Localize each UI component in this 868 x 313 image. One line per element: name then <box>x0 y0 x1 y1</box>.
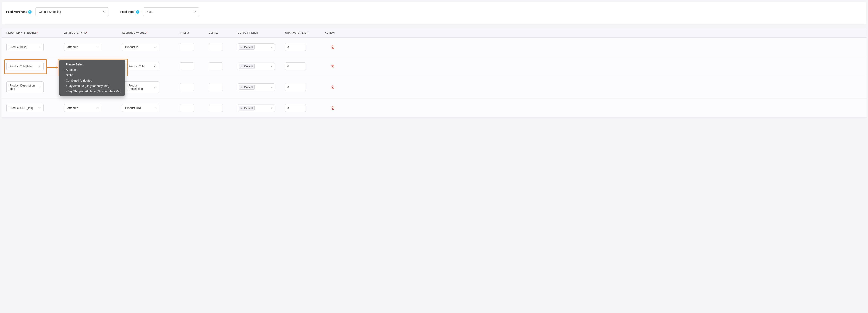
character-limit-input[interactable] <box>285 62 306 70</box>
th-action: ACTION <box>322 32 335 34</box>
dropdown-option[interactable]: Static <box>59 72 125 78</box>
th-suffix: SUFFIX <box>209 32 238 34</box>
chevron-down-icon <box>153 46 156 49</box>
attributes-table: REQUIRED ATTRIBUTES* ATTRIBUTE TYPE* ASS… <box>1 28 867 118</box>
attribute-type-select[interactable]: Attribute <box>64 43 101 51</box>
output-filter-chip: ×Default <box>239 85 255 90</box>
remove-chip-icon[interactable]: × <box>240 45 243 49</box>
required-attribute-value: Product URL [link] <box>9 106 33 109</box>
required-attribute-select[interactable]: Product Id [id] <box>6 43 43 51</box>
feed-merchant-group: Feed Merchant ? Google Shopping <box>6 7 109 16</box>
output-filter-chip: ×Default <box>239 64 255 69</box>
feed-merchant-value: Google Shopping <box>39 10 61 13</box>
assigned-value-select[interactable]: Product Title <box>122 62 159 70</box>
suffix-input[interactable] <box>209 43 223 51</box>
caret-down-icon: ▾ <box>271 106 273 109</box>
chevron-down-icon <box>38 107 40 109</box>
attribute-type-select[interactable]: Attribute <box>64 104 101 112</box>
feed-type-value: XML <box>147 10 153 13</box>
chevron-down-icon <box>96 107 98 109</box>
output-filter-value: Default <box>244 45 253 49</box>
attribute-type-value: Attribute <box>67 106 78 109</box>
feed-merchant-label: Feed Merchant ? <box>6 10 32 13</box>
attribute-type-value: Attribute <box>67 45 78 49</box>
output-filter-chip: ×Default <box>239 106 255 111</box>
output-filter-value: Default <box>244 106 253 109</box>
remove-chip-icon[interactable]: × <box>240 86 243 89</box>
chevron-down-icon <box>38 46 40 49</box>
chevron-down-icon <box>153 107 156 109</box>
suffix-input[interactable] <box>209 83 223 91</box>
feed-type-label-text: Feed Type <box>120 10 134 13</box>
th-required-attributes: REQUIRED ATTRIBUTES* <box>6 32 64 34</box>
required-attribute-select[interactable]: Product Title [title] <box>6 62 43 70</box>
chevron-down-icon <box>38 86 40 89</box>
dropdown-option[interactable]: eBay Attribute (Only for ebay Mip) <box>59 83 125 89</box>
chevron-down-icon <box>96 46 98 49</box>
prefix-input[interactable] <box>180 62 194 70</box>
th-attribute-type: ATTRIBUTE TYPE* <box>64 32 122 34</box>
output-filter-value: Default <box>244 65 253 68</box>
dropdown-option[interactable]: eBay Shipping Attribute (Only for ebay M… <box>59 89 125 94</box>
table-row: Product Id [id] Attribute Product Id ×De… <box>1 38 867 57</box>
remove-chip-icon[interactable]: × <box>240 106 243 109</box>
table-row: Product URL [link] Attribute Product URL… <box>1 98 867 118</box>
feed-type-label: Feed Type ? <box>120 10 140 13</box>
required-attribute-value: Product Title [title] <box>9 65 32 68</box>
prefix-input[interactable] <box>180 83 194 91</box>
feed-config-panel: Feed Merchant ? Google Shopping Feed Typ… <box>2 2 866 24</box>
feed-merchant-select[interactable]: Google Shopping <box>35 7 109 16</box>
dropdown-option[interactable]: Combined Attributes <box>59 78 125 83</box>
chevron-down-icon <box>103 10 106 13</box>
delete-row-button[interactable] <box>322 85 335 89</box>
dropdown-option[interactable]: Please Select <box>59 62 125 67</box>
assigned-value-text: Product Title <box>128 65 145 68</box>
th-assigned-values: ASSIGNED VALUES* <box>122 32 180 34</box>
required-attribute-value: Product Id [id] <box>9 45 27 49</box>
caret-down-icon: ▾ <box>271 86 273 89</box>
output-filter-select[interactable]: ×Default▾ <box>238 43 275 51</box>
assigned-value-select[interactable]: Product Id <box>122 43 159 51</box>
character-limit-input[interactable] <box>285 83 306 91</box>
assigned-value-text: Product URL <box>125 106 142 109</box>
delete-row-button[interactable] <box>322 45 335 49</box>
table-row: Product Description [des Attribute Produ… <box>1 76 867 98</box>
remove-chip-icon[interactable]: × <box>240 65 243 68</box>
assigned-value-select[interactable]: Product Description <box>122 81 159 93</box>
delete-row-button[interactable] <box>322 106 335 110</box>
output-filter-chip: ×Default <box>239 45 255 50</box>
caret-down-icon: ▾ <box>271 65 273 68</box>
prefix-input[interactable] <box>180 43 194 51</box>
character-limit-input[interactable] <box>285 104 306 112</box>
dropdown-option[interactable]: Attribute <box>59 67 125 72</box>
th-output-filter: OUTPUT FILTER <box>238 32 285 34</box>
chevron-down-icon <box>153 86 156 89</box>
output-filter-select[interactable]: ×Default▾ <box>238 63 275 70</box>
help-icon[interactable]: ? <box>28 10 32 13</box>
chevron-down-icon <box>153 65 156 68</box>
help-icon[interactable]: ? <box>136 10 140 13</box>
character-limit-input[interactable] <box>285 43 306 51</box>
assigned-value-select[interactable]: Product URL <box>122 104 159 112</box>
th-prefix: PREFIX <box>180 32 209 34</box>
output-filter-select[interactable]: ×Default▾ <box>238 104 275 112</box>
caret-down-icon: ▾ <box>271 45 273 49</box>
feed-merchant-label-text: Feed Merchant <box>6 10 27 13</box>
delete-row-button[interactable] <box>322 64 335 68</box>
output-filter-select[interactable]: ×Default▾ <box>238 84 275 91</box>
required-attribute-select[interactable]: Product URL [link] <box>6 104 43 112</box>
attribute-type-dropdown-menu: Please Select Attribute Static Combined … <box>59 60 125 96</box>
feed-type-select[interactable]: XML <box>143 7 199 16</box>
assigned-value-text: Product Description <box>128 84 143 90</box>
required-attribute-select[interactable]: Product Description [des <box>6 81 43 93</box>
table-row: Product Title [title] Attribute Product … <box>1 57 867 76</box>
assigned-value-text: Product Id <box>125 45 138 49</box>
feed-type-group: Feed Type ? XML <box>120 7 199 16</box>
table-header: REQUIRED ATTRIBUTES* ATTRIBUTE TYPE* ASS… <box>1 28 867 38</box>
prefix-input[interactable] <box>180 104 194 112</box>
suffix-input[interactable] <box>209 62 223 70</box>
th-character-limit: CHARACTER LIMIT <box>285 32 322 34</box>
output-filter-value: Default <box>244 86 253 89</box>
required-attribute-value: Product Description [des <box>9 84 35 90</box>
suffix-input[interactable] <box>209 104 223 112</box>
